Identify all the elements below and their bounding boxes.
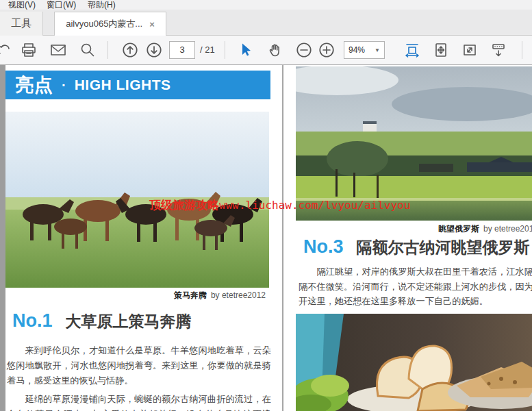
tab-bar: 工具 ailvyou065内蒙古... × bbox=[0, 10, 532, 36]
cloud-save-button[interactable] bbox=[0, 40, 12, 60]
plus-circle-icon bbox=[318, 41, 335, 59]
toolbar-divider bbox=[107, 41, 108, 59]
toolbar-divider bbox=[225, 41, 225, 59]
fit-width-icon bbox=[404, 42, 420, 58]
toolbar-divider bbox=[522, 41, 522, 59]
tab-document[interactable]: ailvyou065内蒙古... × bbox=[54, 12, 166, 36]
print-button[interactable] bbox=[19, 40, 38, 60]
photo-caption-right: 眺望俄罗斯by etetree2012 bbox=[438, 223, 532, 235]
hand-icon bbox=[267, 42, 283, 58]
section-title: 隔额尔古纳河眺望俄罗斯 bbox=[357, 237, 530, 258]
page-total-label: / 21 bbox=[200, 45, 215, 55]
cursor-arrow-icon bbox=[237, 42, 253, 58]
paragraph-line: 隔江眺望，对岸的俄罗斯大叔在田里干着农活，江水隔出了国界 bbox=[299, 264, 532, 279]
page-number-input[interactable]: 3 bbox=[169, 41, 195, 59]
zoom-in-button[interactable] bbox=[317, 40, 336, 60]
close-icon[interactable]: × bbox=[149, 19, 155, 29]
select-tool-button[interactable] bbox=[236, 40, 255, 60]
page-move-icon bbox=[433, 42, 449, 58]
fullscreen-icon bbox=[461, 42, 478, 58]
photo-caption-left: 策马奔腾by etetree2012 bbox=[174, 290, 266, 301]
cloud-icon bbox=[0, 42, 11, 58]
document-viewport[interactable]: 亮点 · HIGH LIGHTS bbox=[0, 65, 532, 411]
dock-toolbar-icon bbox=[490, 42, 507, 58]
minus-circle-icon bbox=[295, 41, 313, 59]
caption-title: 眺望俄罗斯 bbox=[438, 224, 479, 234]
highlights-title-en: HIGH LIGHTS bbox=[75, 77, 171, 93]
chevron-down-icon: ▼ bbox=[375, 47, 380, 53]
highlights-header: 亮点 · HIGH LIGHTS bbox=[5, 71, 270, 99]
paragraph-line: 隔不住微笑。沿河而行，说不定还能跟上河水的步伐，因为她并不想 bbox=[299, 279, 532, 295]
search-icon bbox=[79, 42, 96, 58]
horses-photo bbox=[5, 112, 269, 288]
fit-page-button[interactable] bbox=[431, 40, 451, 60]
section-heading-no1: No.1 大草原上策马奔腾 bbox=[12, 310, 192, 332]
zoom-level-value: 94% bbox=[349, 45, 365, 55]
pdf-page-right: 眺望俄罗斯by etetree2012 No.3 隔额尔古纳河眺望俄罗斯 隔江眺… bbox=[283, 65, 532, 411]
arrow-up-circle-icon bbox=[121, 41, 139, 59]
header-separator: · bbox=[62, 77, 66, 93]
section-title: 大草原上策马奔腾 bbox=[66, 311, 192, 332]
hand-tool-button[interactable] bbox=[266, 40, 285, 60]
pdf-page-left: 亮点 · HIGH LIGHTS bbox=[5, 65, 283, 411]
toolbar: 3 / 21 94% ▼ bbox=[0, 36, 532, 65]
tab-tools[interactable]: 工具 bbox=[0, 12, 43, 36]
paragraph: 延绵的草原漫漫铺向天际，蜿蜒的额尔古纳河曲折的流过，在金色的落日余晖中，与心爱的… bbox=[7, 392, 271, 411]
food-photo bbox=[296, 314, 532, 411]
arrow-down-circle-icon bbox=[145, 41, 163, 59]
section-number: No.1 bbox=[12, 310, 53, 332]
section-heading-no3: No.3 隔额尔古纳河眺望俄罗斯 bbox=[303, 236, 530, 258]
fit-width-button[interactable] bbox=[403, 40, 422, 60]
envelope-icon bbox=[50, 42, 66, 58]
paragraph: 来到呼伦贝尔，才知道什么是草原。牛羊悠闲地吃着草，云朵悠闲地飘散开，河水也悠闲地… bbox=[7, 343, 271, 388]
body-text-left: 来到呼伦贝尔，才知道什么是草原。牛羊悠闲地吃着草，云朵悠闲地飘散开，河水也悠闲地… bbox=[7, 343, 271, 411]
zoom-out-button[interactable] bbox=[294, 40, 314, 60]
previous-page-button[interactable] bbox=[121, 40, 140, 60]
email-button[interactable] bbox=[49, 40, 68, 60]
russia-view-photo bbox=[296, 66, 532, 221]
menu-bar: 视图(V) 窗口(W) 帮助(H) bbox=[0, 0, 532, 10]
caption-title: 策马奔腾 bbox=[174, 290, 207, 300]
tab-document-label: ailvyou065内蒙古... bbox=[66, 18, 142, 30]
toolbar-dock-button[interactable] bbox=[489, 40, 508, 60]
next-page-button[interactable] bbox=[144, 40, 164, 60]
printer-icon bbox=[21, 42, 37, 58]
caption-credit: by etetree2012 bbox=[483, 224, 532, 234]
zoom-level-select[interactable]: 94% ▼ bbox=[344, 41, 385, 59]
caption-credit: by etetree2012 bbox=[211, 290, 266, 300]
section-number: No.3 bbox=[303, 236, 344, 258]
search-button[interactable] bbox=[78, 40, 97, 60]
highlights-title-zh: 亮点 bbox=[15, 73, 53, 97]
paragraph-line: 开这里，她还想在这里多释放一下自己的妩媚。 bbox=[299, 294, 532, 309]
fullscreen-button[interactable] bbox=[460, 40, 479, 60]
body-text-right: 隔江眺望，对岸的俄罗斯大叔在田里干着农活，江水隔出了国界 隔不住微笑。沿河而行，… bbox=[299, 264, 532, 309]
